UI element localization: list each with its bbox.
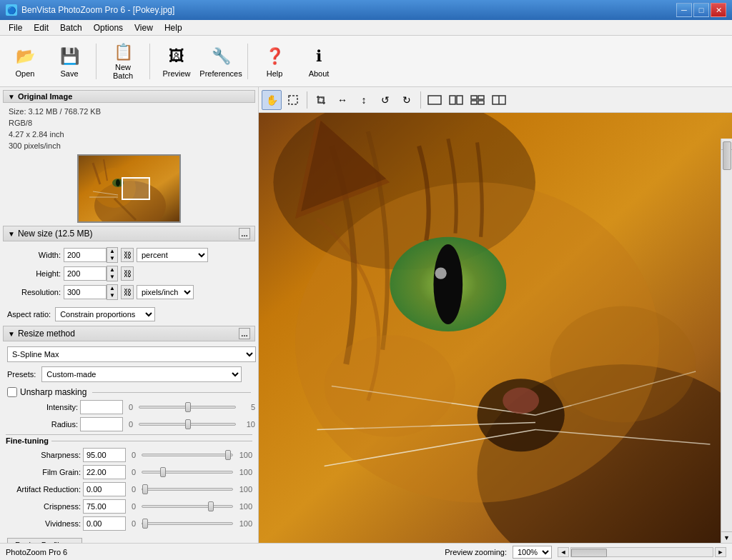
svg-rect-11: [319, 98, 323, 102]
svg-point-37: [325, 335, 455, 437]
width-up-button[interactable]: ▲: [107, 248, 117, 255]
sharpness-thumb[interactable]: [225, 450, 231, 460]
rotate-ccw-button[interactable]: ↺: [375, 90, 395, 110]
crop-tool-button[interactable]: [311, 90, 331, 110]
resolution-unit-select[interactable]: pixels/inch pixels/cm: [137, 285, 194, 299]
unit-select[interactable]: percent pixels inches cm mm: [137, 248, 208, 262]
radius-row: Radius: 0 10: [3, 417, 255, 431]
about-icon: ℹ: [307, 45, 330, 68]
height-up-button[interactable]: ▲: [107, 266, 117, 274]
split-view-4-button[interactable]: [489, 90, 509, 110]
new-batch-button[interactable]: 📋 New Batch: [102, 40, 144, 83]
menu-file[interactable]: File: [3, 21, 28, 34]
unsharp-masking-checkbox[interactable]: [7, 387, 17, 397]
preview-button[interactable]: 🖼 Preview: [156, 40, 197, 83]
presets-row: Presets: Custom-made Photo Illustration …: [3, 364, 255, 384]
intensity-thumb[interactable]: [185, 402, 191, 412]
split-1-icon: [427, 94, 442, 106]
minimize-button[interactable]: ─: [676, 3, 692, 17]
menu-help[interactable]: Help: [159, 21, 188, 34]
svg-rect-15: [471, 96, 477, 99]
split-view-3-button[interactable]: [468, 90, 488, 110]
svg-point-28: [435, 267, 446, 279]
resolution-down-button[interactable]: ▼: [107, 292, 117, 299]
rotate-cw-button[interactable]: ↻: [397, 90, 417, 110]
resolution-up-button[interactable]: ▲: [107, 285, 117, 292]
radius-input[interactable]: [80, 417, 123, 431]
resolution-input[interactable]: [64, 285, 107, 299]
split-view-1-button[interactable]: [425, 90, 445, 110]
radius-thumb[interactable]: [185, 419, 191, 429]
radius-max: 10: [238, 420, 255, 429]
crispness-input[interactable]: [83, 499, 126, 514]
film-grain-input[interactable]: [83, 465, 126, 479]
preview-sep-1: [307, 91, 307, 109]
preferences-button[interactable]: 🔧 Preferences: [200, 40, 242, 83]
flip-v-button[interactable]: ↕: [354, 90, 374, 110]
new-size-options-button[interactable]: …: [239, 228, 250, 239]
zoom-select[interactable]: 100% 50% 75% 150% 200%: [513, 546, 552, 559]
original-image-header: ▼ Original Image: [3, 90, 255, 103]
menu-batch[interactable]: Batch: [54, 21, 88, 34]
artifact-row: Artifact Reduction: 0 100: [6, 482, 252, 496]
window-title: BenVista PhotoZoom Pro 6 - [Pokey.jpg]: [21, 5, 174, 15]
presets-label: Presets:: [7, 370, 36, 379]
scroll-left-button[interactable]: ◄: [558, 547, 569, 557]
resize-profiles-button[interactable]: Resize Profiles...: [7, 538, 82, 543]
flip-h-button[interactable]: ↔: [332, 90, 352, 110]
height-down-button[interactable]: ▼: [107, 274, 117, 281]
close-button[interactable]: ✕: [711, 3, 726, 17]
presets-select[interactable]: Custom-made Photo Illustration Low Quali…: [41, 366, 242, 382]
height-input[interactable]: [64, 266, 107, 281]
film-grain-max: 100: [235, 468, 252, 476]
height-lock-button[interactable]: ⛓: [121, 266, 134, 281]
artifact-thumb[interactable]: [142, 484, 148, 494]
marquee-tool-button[interactable]: [283, 90, 303, 110]
svg-rect-12: [428, 96, 441, 104]
save-button[interactable]: 💾 Save: [49, 40, 90, 83]
aspect-ratio-select[interactable]: Constrain proportions Free Custom: [55, 307, 155, 321]
hand-tool-button[interactable]: ✋: [262, 90, 282, 110]
scroll-down-button[interactable]: ▼: [721, 531, 732, 543]
width-lock-button[interactable]: ⛓: [121, 248, 134, 262]
vertical-scrollbar[interactable]: ▲ ▼: [721, 139, 732, 543]
status-text: PhotoZoom Pro 6: [6, 548, 67, 556]
width-input[interactable]: [64, 248, 107, 262]
split-view-2-button[interactable]: [446, 90, 466, 110]
menu-bar: File Edit Batch Options View Help: [0, 20, 732, 36]
aspect-ratio-label: Aspect ratio:: [7, 310, 51, 319]
resize-method-header: ▼ Resize method …: [3, 326, 255, 341]
resolution-lock-button[interactable]: ⛓: [121, 285, 134, 299]
film-grain-row: Film Grain: 0 100: [6, 465, 252, 479]
menu-options[interactable]: Options: [88, 21, 129, 34]
open-button[interactable]: 📂 Open: [4, 40, 46, 83]
menu-edit[interactable]: Edit: [28, 21, 54, 34]
artifact-input[interactable]: [83, 482, 126, 496]
resize-method-options-button[interactable]: …: [239, 328, 250, 339]
sharpness-input[interactable]: [83, 448, 126, 462]
film-grain-track: [142, 471, 233, 474]
width-spinner: ▲ ▼: [64, 247, 118, 263]
menu-view[interactable]: View: [129, 21, 159, 34]
vividness-thumb[interactable]: [142, 519, 148, 529]
help-button[interactable]: ❓ Help: [254, 40, 295, 83]
maximize-button[interactable]: □: [693, 3, 709, 17]
new-batch-icon: 📋: [112, 43, 134, 61]
scroll-thumb-vertical[interactable]: [723, 141, 731, 170]
vividness-input[interactable]: [83, 516, 126, 531]
scroll-right-button[interactable]: ►: [715, 547, 726, 557]
intensity-input[interactable]: [80, 400, 123, 414]
radius-label: Radius:: [3, 420, 78, 429]
marquee-icon: [287, 94, 299, 106]
crispness-thumb[interactable]: [208, 501, 214, 511]
width-label: Width:: [7, 251, 61, 259]
hscroll-thumb[interactable]: [571, 549, 607, 557]
resize-method-select[interactable]: S-Spline Max S-Spline Lanczos Bicubic Bi…: [7, 346, 256, 362]
svg-point-4: [116, 179, 120, 186]
new-size-form: Width: ▲ ▼ ⛓ percent pixels inches cm mm: [3, 244, 255, 306]
about-button[interactable]: ℹ About: [298, 40, 340, 83]
width-down-button[interactable]: ▼: [107, 255, 117, 262]
film-grain-thumb[interactable]: [160, 467, 166, 477]
image-resolution: 300 pixels/inch: [3, 140, 255, 151]
height-spinner: ▲ ▼: [64, 266, 118, 281]
